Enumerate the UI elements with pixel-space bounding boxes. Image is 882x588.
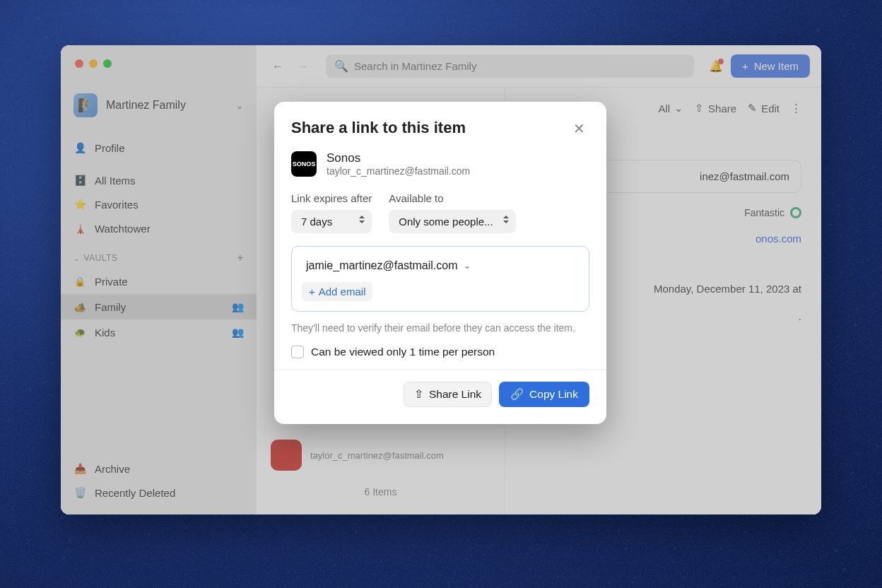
chevron-down-icon: ⌄ [464, 261, 471, 271]
email-chip[interactable]: jamie_martinez@fastmail.com ⌄ [302, 257, 475, 275]
share-item-modal: Share a link to this item ✕ SONOS Sonos … [274, 102, 606, 424]
view-once-label: Can be viewed only 1 time per person [311, 346, 495, 358]
available-select[interactable]: Only some people... [389, 210, 515, 233]
close-button[interactable]: ✕ [569, 119, 589, 139]
hint-text: They'll need to verify their email befor… [291, 322, 589, 336]
modal-item-name: Sonos [327, 151, 470, 165]
expire-label: Link expires after [291, 192, 372, 204]
share-link-button[interactable]: ⇧ Share Link [404, 382, 492, 407]
available-label: Available to [389, 192, 515, 204]
share-icon: ⇧ [414, 388, 423, 401]
email-recipients-box: jamie_martinez@fastmail.com ⌄ + Add emai… [291, 246, 589, 312]
add-email-button[interactable]: + Add email [302, 282, 372, 301]
expire-select[interactable]: 7 days [291, 210, 372, 233]
modal-item-subtitle: taylor_c_martinez@fastmail.com [327, 165, 470, 177]
link-icon: 🔗 [510, 388, 524, 401]
copy-link-button[interactable]: 🔗 Copy Link [499, 382, 589, 407]
plus-icon: + [309, 286, 315, 298]
view-once-checkbox[interactable] [291, 346, 304, 358]
modal-title: Share a link to this item [291, 119, 569, 137]
item-logo: SONOS [291, 151, 317, 177]
